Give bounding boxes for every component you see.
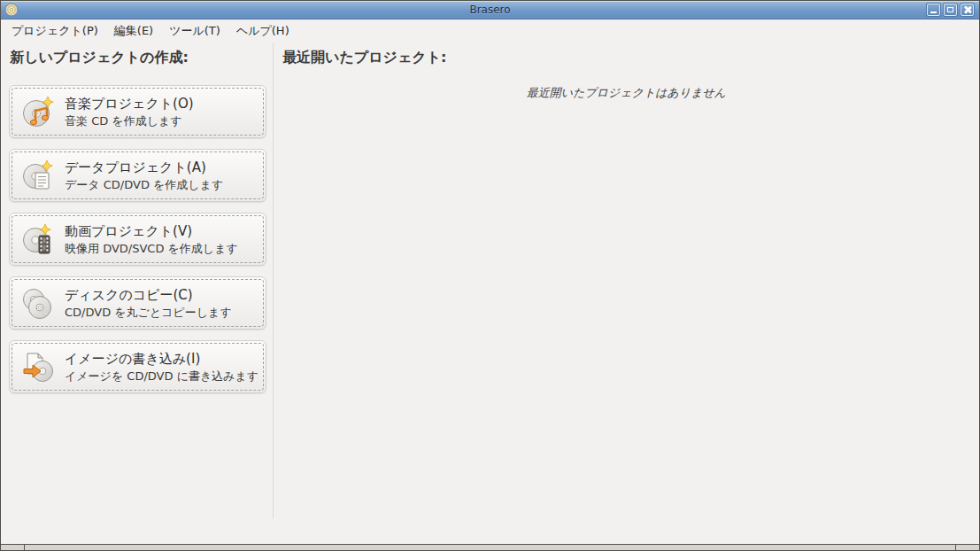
audio-project-title: 音楽プロジェクト(O) [65,96,194,113]
window-title: Brasero [1,4,979,16]
burn-image-subtitle: イメージを CD/DVD に書き込みます [65,369,259,384]
data-project-button[interactable]: データプロジェクト(A) データ CD/DVD を作成します [9,149,266,202]
maximize-button[interactable] [944,4,957,16]
menu-edit[interactable]: 編集(E) [106,19,161,43]
disc-copy-subtitle: CD/DVD を丸ごとコピーします [65,306,232,320]
menu-tools[interactable]: ツール(T) [161,19,228,43]
maximize-icon [947,7,953,12]
disc-copy-icon [20,285,56,321]
audio-project-subtitle: 音楽 CD を作成します [65,114,194,128]
window-resize-edge-bottom[interactable] [25,545,955,550]
window-resize-grip-left[interactable] [1,545,25,550]
window-resize-grip-right[interactable] [955,545,979,550]
data-project-title: データプロジェクト(A) [65,159,223,176]
close-icon [964,6,971,13]
data-project-subtitle: データ CD/DVD を作成します [65,178,223,192]
burn-image-icon [20,349,56,384]
video-project-title: 動画プロジェクト(V) [65,223,238,240]
brasero-window: Brasero プロジェクト(P) 編集(E) ツール(T) ヘルプ(H) 新し… [0,0,980,551]
burn-image-button[interactable]: イメージの書き込み(I) イメージを CD/DVD に書き込みます [9,340,266,393]
menu-project[interactable]: プロジェクト(P) [4,19,106,43]
data-project-icon [20,158,56,193]
music-project-icon [20,94,56,129]
video-project-button[interactable]: 動画プロジェクト(V) 映像用 DVD/SVCD を作成します [9,213,266,266]
video-project-icon [20,221,56,257]
new-project-panel: 新しいプロジェクトの作成: [1,43,273,544]
recent-projects-panel: 最近開いたプロジェクト: 最近開いたプロジェクトはありません [274,43,979,544]
content-area: 新しいプロジェクトの作成: [1,43,979,544]
burn-image-title: イメージの書き込み(I) [65,351,259,368]
video-project-subtitle: 映像用 DVD/SVCD を作成します [65,242,238,256]
bottom-frame [1,544,979,550]
recent-projects-header: 最近開いたプロジェクト: [274,49,979,66]
menubar: プロジェクト(P) 編集(E) ツール(T) ヘルプ(H) [1,19,979,43]
close-button[interactable] [961,4,974,16]
minimize-icon [930,12,937,13]
disc-copy-button[interactable]: ディスクのコピー(C) CD/DVD を丸ごとコピーします [9,276,266,330]
minimize-button[interactable] [927,4,940,16]
audio-project-button[interactable]: 音楽プロジェクト(O) 音楽 CD を作成します [9,85,266,138]
new-project-header: 新しいプロジェクトの作成: [1,49,273,66]
menu-help[interactable]: ヘルプ(H) [228,19,297,43]
disc-copy-title: ディスクのコピー(C) [65,287,232,304]
titlebar[interactable]: Brasero [1,1,979,19]
recent-projects-empty-message: 最近開いたプロジェクトはありません [274,85,979,101]
